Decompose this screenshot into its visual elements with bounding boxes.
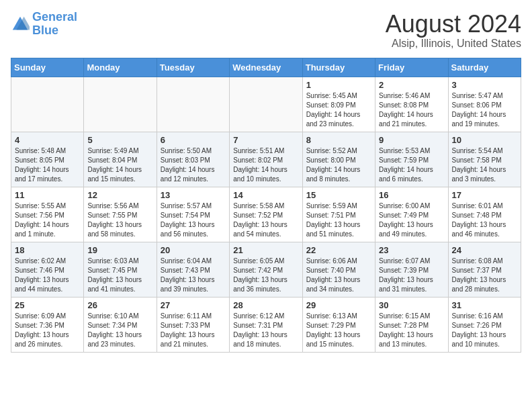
day-number: 8 bbox=[306, 135, 371, 145]
day-info: Sunrise: 6:10 AM Sunset: 7:34 PM Dayligh… bbox=[87, 312, 152, 349]
day-info: Sunrise: 5:59 AM Sunset: 7:51 PM Dayligh… bbox=[306, 201, 371, 239]
day-number: 19 bbox=[87, 245, 152, 255]
calendar-day-cell: 19Sunrise: 6:03 AM Sunset: 7:45 PM Dayli… bbox=[84, 242, 157, 297]
calendar-body: 1Sunrise: 5:45 AM Sunset: 8:09 PM Daylig… bbox=[11, 77, 521, 352]
calendar-day-cell: 13Sunrise: 5:57 AM Sunset: 7:54 PM Dayli… bbox=[157, 187, 229, 242]
day-info: Sunrise: 6:11 AM Sunset: 7:33 PM Dayligh… bbox=[161, 312, 226, 349]
calendar-day-cell: 23Sunrise: 6:07 AM Sunset: 7:39 PM Dayli… bbox=[375, 242, 448, 297]
title-block: August 2024 Alsip, Illinois, United Stat… bbox=[386, 11, 521, 50]
day-number: 6 bbox=[161, 135, 226, 145]
logo-text: General Blue bbox=[32, 11, 77, 38]
weekday-header-cell: Tuesday bbox=[157, 58, 229, 77]
day-info: Sunrise: 5:50 AM Sunset: 8:03 PM Dayligh… bbox=[161, 146, 226, 184]
weekday-header-cell: Thursday bbox=[302, 58, 375, 77]
day-number: 20 bbox=[161, 245, 226, 255]
calendar-day-cell bbox=[230, 77, 302, 132]
logo-icon bbox=[11, 15, 30, 34]
day-info: Sunrise: 6:13 AM Sunset: 7:29 PM Dayligh… bbox=[306, 312, 371, 349]
weekday-header-cell: Friday bbox=[375, 58, 448, 77]
day-info: Sunrise: 6:09 AM Sunset: 7:36 PM Dayligh… bbox=[15, 312, 80, 349]
calendar-day-cell: 24Sunrise: 6:08 AM Sunset: 7:37 PM Dayli… bbox=[448, 242, 521, 297]
calendar-day-cell: 27Sunrise: 6:11 AM Sunset: 7:33 PM Dayli… bbox=[157, 297, 229, 352]
calendar-day-cell: 15Sunrise: 5:59 AM Sunset: 7:51 PM Dayli… bbox=[302, 187, 375, 242]
day-number: 29 bbox=[306, 300, 371, 310]
day-number: 27 bbox=[161, 300, 226, 310]
calendar-day-cell: 17Sunrise: 6:01 AM Sunset: 7:48 PM Dayli… bbox=[448, 187, 521, 242]
day-number: 12 bbox=[87, 190, 152, 200]
day-number: 10 bbox=[452, 135, 517, 145]
day-number: 3 bbox=[452, 80, 517, 90]
day-number: 4 bbox=[15, 135, 80, 145]
calendar-day-cell: 5Sunrise: 5:49 AM Sunset: 8:04 PM Daylig… bbox=[84, 132, 157, 187]
logo-general: General bbox=[32, 10, 77, 24]
day-info: Sunrise: 6:03 AM Sunset: 7:45 PM Dayligh… bbox=[87, 257, 152, 294]
day-info: Sunrise: 6:16 AM Sunset: 7:26 PM Dayligh… bbox=[452, 312, 517, 349]
weekday-header-cell: Sunday bbox=[11, 58, 84, 77]
calendar-week-row: 25Sunrise: 6:09 AM Sunset: 7:36 PM Dayli… bbox=[11, 297, 521, 352]
calendar-day-cell: 25Sunrise: 6:09 AM Sunset: 7:36 PM Dayli… bbox=[11, 297, 84, 352]
day-info: Sunrise: 6:04 AM Sunset: 7:43 PM Dayligh… bbox=[161, 257, 226, 294]
calendar-day-cell: 28Sunrise: 6:12 AM Sunset: 7:31 PM Dayli… bbox=[230, 297, 302, 352]
day-number: 2 bbox=[379, 80, 444, 90]
calendar-day-cell: 6Sunrise: 5:50 AM Sunset: 8:03 PM Daylig… bbox=[157, 132, 229, 187]
day-number: 17 bbox=[452, 190, 517, 200]
day-number: 14 bbox=[233, 190, 298, 200]
calendar-day-cell: 11Sunrise: 5:55 AM Sunset: 7:56 PM Dayli… bbox=[11, 187, 84, 242]
day-number: 24 bbox=[452, 245, 517, 255]
day-info: Sunrise: 5:52 AM Sunset: 8:00 PM Dayligh… bbox=[306, 146, 371, 184]
day-number: 22 bbox=[306, 245, 371, 255]
calendar-week-row: 4Sunrise: 5:48 AM Sunset: 8:05 PM Daylig… bbox=[11, 132, 521, 187]
calendar-week-row: 1Sunrise: 5:45 AM Sunset: 8:09 PM Daylig… bbox=[11, 77, 521, 132]
day-info: Sunrise: 5:49 AM Sunset: 8:04 PM Dayligh… bbox=[87, 146, 152, 184]
day-number: 30 bbox=[379, 300, 444, 310]
logo-blue: Blue bbox=[32, 24, 77, 38]
day-info: Sunrise: 6:02 AM Sunset: 7:46 PM Dayligh… bbox=[15, 257, 80, 294]
calendar-day-cell: 10Sunrise: 5:54 AM Sunset: 7:58 PM Dayli… bbox=[448, 132, 521, 187]
day-info: Sunrise: 6:06 AM Sunset: 7:40 PM Dayligh… bbox=[306, 257, 371, 294]
day-number: 13 bbox=[161, 190, 226, 200]
calendar-week-row: 18Sunrise: 6:02 AM Sunset: 7:46 PM Dayli… bbox=[11, 242, 521, 297]
day-number: 28 bbox=[233, 300, 298, 310]
calendar-day-cell: 4Sunrise: 5:48 AM Sunset: 8:05 PM Daylig… bbox=[11, 132, 84, 187]
calendar-day-cell: 2Sunrise: 5:46 AM Sunset: 8:08 PM Daylig… bbox=[375, 77, 448, 132]
day-number: 21 bbox=[233, 245, 298, 255]
day-info: Sunrise: 5:48 AM Sunset: 8:05 PM Dayligh… bbox=[15, 146, 80, 184]
calendar-day-cell: 31Sunrise: 6:16 AM Sunset: 7:26 PM Dayli… bbox=[448, 297, 521, 352]
day-info: Sunrise: 5:53 AM Sunset: 7:59 PM Dayligh… bbox=[379, 146, 444, 184]
day-info: Sunrise: 6:08 AM Sunset: 7:37 PM Dayligh… bbox=[452, 257, 517, 294]
day-number: 5 bbox=[87, 135, 152, 145]
day-number: 25 bbox=[15, 300, 80, 310]
calendar-day-cell: 16Sunrise: 6:00 AM Sunset: 7:49 PM Dayli… bbox=[375, 187, 448, 242]
calendar-day-cell bbox=[84, 77, 157, 132]
day-info: Sunrise: 5:57 AM Sunset: 7:54 PM Dayligh… bbox=[161, 201, 226, 239]
calendar-day-cell: 12Sunrise: 5:56 AM Sunset: 7:55 PM Dayli… bbox=[84, 187, 157, 242]
day-number: 18 bbox=[15, 245, 80, 255]
calendar-day-cell: 7Sunrise: 5:51 AM Sunset: 8:02 PM Daylig… bbox=[230, 132, 302, 187]
day-info: Sunrise: 5:55 AM Sunset: 7:56 PM Dayligh… bbox=[15, 201, 80, 239]
day-info: Sunrise: 5:56 AM Sunset: 7:55 PM Dayligh… bbox=[87, 201, 152, 239]
day-info: Sunrise: 5:58 AM Sunset: 7:52 PM Dayligh… bbox=[233, 201, 298, 239]
day-info: Sunrise: 6:15 AM Sunset: 7:28 PM Dayligh… bbox=[379, 312, 444, 349]
day-info: Sunrise: 5:45 AM Sunset: 8:09 PM Dayligh… bbox=[306, 91, 371, 129]
calendar-day-cell: 18Sunrise: 6:02 AM Sunset: 7:46 PM Dayli… bbox=[11, 242, 84, 297]
calendar-day-cell: 30Sunrise: 6:15 AM Sunset: 7:28 PM Dayli… bbox=[375, 297, 448, 352]
calendar-day-cell: 9Sunrise: 5:53 AM Sunset: 7:59 PM Daylig… bbox=[375, 132, 448, 187]
day-info: Sunrise: 6:00 AM Sunset: 7:49 PM Dayligh… bbox=[379, 201, 444, 239]
day-info: Sunrise: 5:51 AM Sunset: 8:02 PM Dayligh… bbox=[233, 146, 298, 184]
calendar-day-cell: 14Sunrise: 5:58 AM Sunset: 7:52 PM Dayli… bbox=[230, 187, 302, 242]
calendar-day-cell bbox=[11, 77, 84, 132]
day-number: 11 bbox=[15, 190, 80, 200]
weekday-header-row: SundayMondayTuesdayWednesdayThursdayFrid… bbox=[11, 58, 521, 77]
weekday-header-cell: Monday bbox=[84, 58, 157, 77]
day-info: Sunrise: 6:12 AM Sunset: 7:31 PM Dayligh… bbox=[233, 312, 298, 349]
day-info: Sunrise: 6:07 AM Sunset: 7:39 PM Dayligh… bbox=[379, 257, 444, 294]
calendar-week-row: 11Sunrise: 5:55 AM Sunset: 7:56 PM Dayli… bbox=[11, 187, 521, 242]
day-info: Sunrise: 5:46 AM Sunset: 8:08 PM Dayligh… bbox=[379, 91, 444, 129]
day-number: 23 bbox=[379, 245, 444, 255]
day-number: 15 bbox=[306, 190, 371, 200]
calendar-day-cell bbox=[157, 77, 229, 132]
day-number: 16 bbox=[379, 190, 444, 200]
location-subtitle: Alsip, Illinois, United States bbox=[386, 38, 521, 50]
calendar-day-cell: 20Sunrise: 6:04 AM Sunset: 7:43 PM Dayli… bbox=[157, 242, 229, 297]
day-number: 1 bbox=[306, 80, 371, 90]
